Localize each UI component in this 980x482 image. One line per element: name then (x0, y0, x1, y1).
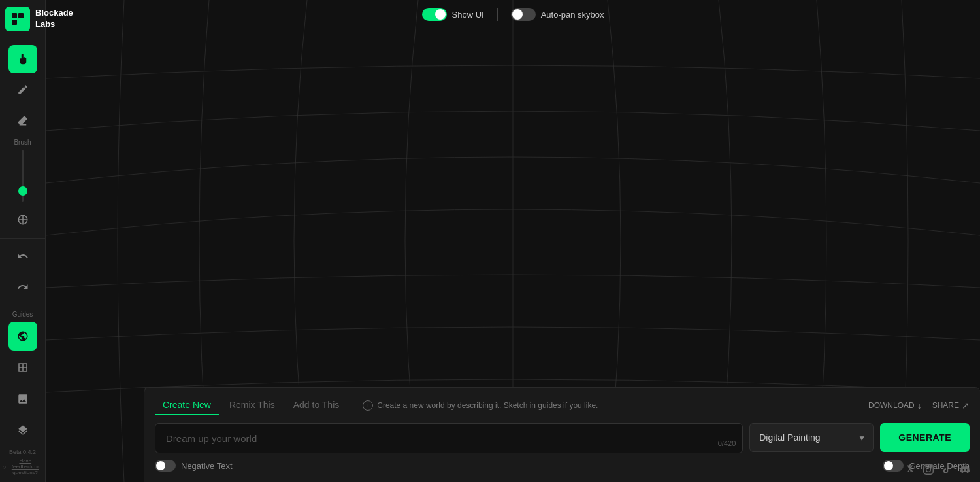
feedback-text: Have feedback or questions? (8, 458, 42, 475)
panel-tabs: Create New Remix This Add to This i Crea… (144, 388, 980, 415)
prompt-input[interactable] (155, 424, 742, 453)
discord-icon[interactable] (959, 464, 971, 475)
logo-icon (5, 7, 30, 31)
download-icon: ↓ (917, 400, 922, 411)
style-select[interactable]: Digital Painting Realistic Anime Cartoon… (749, 423, 874, 452)
grid-guide-button[interactable] (8, 353, 37, 382)
logo-text: Blockade Labs (35, 8, 73, 30)
brush-section: Brush (0, 136, 45, 205)
top-bar: Show UI Auto-pan skybox (46, 0, 980, 29)
input-row: 0/420 Digital Painting Realistic Anime C… (155, 423, 970, 453)
pencil-tool-button[interactable] (8, 76, 37, 104)
svg-rect-3 (18, 20, 24, 25)
info-text: Create a new world by describing it. Ske… (377, 401, 598, 410)
feedback-icon: ○ (3, 464, 6, 470)
show-ui-label: Show UI (452, 10, 484, 20)
bottom-panel: Create New Remix This Add to This i Crea… (144, 387, 980, 482)
sidebar-top-divider (0, 41, 45, 41)
auto-pan-toggle[interactable] (511, 8, 536, 21)
logo-area[interactable]: Blockade Labs (0, 0, 45, 38)
redo-button[interactable] (8, 273, 37, 301)
panel-info: i Create a new world by describing it. S… (363, 400, 866, 411)
svg-rect-2 (12, 20, 17, 25)
undo-button[interactable] (8, 243, 37, 271)
brush-size-slider[interactable] (22, 150, 24, 202)
negative-text-label: Negative Text (181, 461, 233, 471)
info-icon: i (363, 400, 373, 411)
sidebar: Blockade Labs Brush Guides (0, 0, 46, 482)
svg-rect-1 (18, 13, 24, 18)
image-guide-button[interactable] (8, 385, 37, 413)
auto-pan-toggle-group: Auto-pan skybox (511, 8, 604, 21)
beta-label: Beta 0.4.2 (9, 449, 36, 455)
negative-text-group: Negative Text (155, 460, 233, 472)
guides-label: Guides (12, 311, 33, 318)
tiktok-icon[interactable] (941, 464, 953, 475)
share-button[interactable]: SHARE ↗ (932, 398, 970, 413)
top-bar-divider (497, 8, 498, 21)
generate-button[interactable]: GENERATE (880, 423, 970, 452)
hand-tool-button[interactable] (8, 45, 37, 73)
brush-label: Brush (14, 139, 31, 146)
eraser-tool-button[interactable] (8, 107, 37, 135)
char-count: 0/420 (718, 439, 736, 447)
guides-section: Guides (0, 308, 45, 449)
auto-pan-label: Auto-pan skybox (541, 10, 604, 20)
download-label: DOWNLOAD (868, 401, 915, 410)
sidebar-bottom: Beta 0.4.2 ○ Have feedback or questions? (0, 449, 45, 482)
effect-tool-button[interactable] (8, 206, 37, 234)
panel-content: 0/420 Digital Painting Realistic Anime C… (144, 415, 980, 482)
prompt-wrapper: 0/420 (155, 423, 743, 453)
svg-rect-0 (12, 13, 17, 18)
tab-create-new[interactable]: Create New (155, 396, 219, 415)
tab-remix-this[interactable]: Remix This (221, 396, 283, 415)
options-row: Negative Text Generate Depth (155, 460, 970, 472)
social-icons: 𝕏 (904, 464, 971, 475)
show-ui-toggle-group: Show UI (422, 8, 484, 21)
instagram-icon[interactable] (923, 464, 934, 475)
style-select-wrapper: Digital Painting Realistic Anime Cartoon… (749, 423, 874, 453)
share-label: SHARE (932, 401, 959, 410)
layers-guide-button[interactable] (8, 416, 37, 445)
show-ui-toggle[interactable] (422, 8, 447, 21)
tab-add-to-this[interactable]: Add to This (286, 396, 348, 415)
generate-depth-toggle[interactable] (883, 460, 904, 472)
sidebar-mid-divider (0, 238, 45, 239)
twitter-icon[interactable]: 𝕏 (904, 464, 916, 475)
globe-guide-button[interactable] (8, 322, 37, 351)
download-button[interactable]: DOWNLOAD ↓ (868, 398, 922, 413)
brush-slider-thumb (18, 186, 27, 196)
panel-actions: DOWNLOAD ↓ SHARE ↗ (868, 398, 970, 413)
share-icon: ↗ (962, 400, 970, 411)
feedback-link[interactable]: ○ Have feedback or questions? (0, 458, 45, 475)
negative-text-toggle[interactable] (155, 460, 176, 472)
